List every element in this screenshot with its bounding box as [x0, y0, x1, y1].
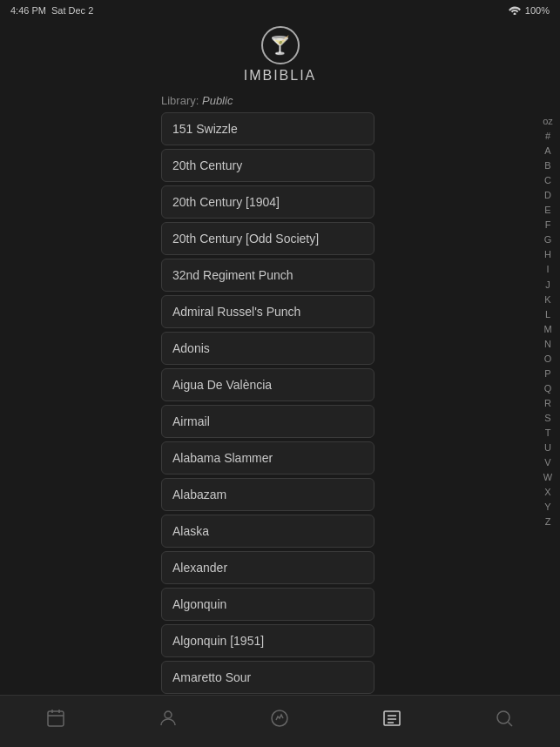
drink-item[interactable]: 151 Swizzle — [161, 112, 374, 145]
calendar-icon — [45, 708, 66, 734]
drink-item[interactable]: Alabama Slammer — [161, 441, 374, 474]
tab-cocktail[interactable] — [224, 696, 336, 747]
drink-item[interactable]: Amaretto Sour — [161, 661, 374, 694]
alpha-index-item[interactable]: # — [536, 129, 560, 144]
alpha-index-item[interactable]: T — [536, 426, 560, 441]
drink-item[interactable]: Algonquin [1951] — [161, 624, 374, 657]
alpha-index-item[interactable]: H — [536, 247, 560, 262]
drink-item[interactable]: Alabazam — [161, 478, 374, 511]
alpha-index-item[interactable]: L — [536, 307, 560, 322]
tab-calendar[interactable] — [0, 696, 112, 747]
alpha-index-item[interactable]: G — [536, 232, 560, 247]
alpha-index-item[interactable]: B — [536, 158, 560, 173]
drink-item[interactable]: 32nd Regiment Punch — [161, 259, 374, 292]
drink-item[interactable]: Aigua De València — [161, 368, 374, 401]
alpha-index-item[interactable]: F — [536, 218, 560, 232]
alpha-index-item[interactable]: Z — [536, 515, 560, 529]
alpha-index[interactable]: oz#ABCDEFGHIJKLMNOPQRSTUVWXYZ — [536, 112, 560, 720]
library-label: Library: Public — [0, 91, 560, 112]
alpha-index-item[interactable]: D — [536, 188, 560, 203]
svg-rect-0 — [48, 711, 64, 726]
battery-icon: 100% — [525, 5, 550, 16]
search-icon — [494, 708, 515, 734]
drink-item[interactable]: Algonquin — [161, 588, 374, 621]
alpha-index-item[interactable]: I — [536, 262, 560, 277]
wifi-icon — [508, 4, 522, 17]
alpha-index-item[interactable]: A — [536, 144, 560, 158]
app-header: 🍸 IMBIBLIA — [0, 21, 560, 91]
main-content: 151 Swizzle20th Century20th Century [190… — [0, 112, 560, 720]
drink-item[interactable]: 20th Century — [161, 149, 374, 182]
alpha-index-item[interactable]: P — [536, 367, 560, 381]
status-bar: 4:46 PM Sat Dec 2 100% — [0, 0, 560, 21]
alpha-index-item[interactable]: X — [536, 485, 560, 500]
list-icon — [381, 708, 402, 734]
alpha-index-item[interactable]: U — [536, 441, 560, 455]
svg-point-10 — [497, 711, 509, 723]
tab-bar — [0, 695, 560, 747]
alpha-index-item[interactable]: N — [536, 337, 560, 352]
alpha-index-item[interactable]: Q — [536, 381, 560, 396]
drink-item[interactable]: Alexander — [161, 551, 374, 584]
alpha-index-item[interactable]: W — [536, 470, 560, 485]
cocktail-tab-icon — [269, 708, 290, 734]
alpha-index-item[interactable]: C — [536, 173, 560, 188]
status-time: 4:46 PM — [10, 5, 46, 16]
alpha-index-item[interactable]: J — [536, 278, 560, 293]
tab-search[interactable] — [448, 696, 560, 747]
tab-list[interactable] — [336, 696, 449, 747]
person-icon — [158, 708, 179, 734]
alpha-index-item[interactable]: Y — [536, 500, 560, 515]
alpha-index-item[interactable]: oz — [536, 114, 560, 129]
drink-item[interactable]: Airmail — [161, 405, 374, 438]
alpha-index-item[interactable]: V — [536, 455, 560, 470]
status-date: Sat Dec 2 — [51, 5, 93, 16]
alpha-index-item[interactable]: M — [536, 322, 560, 337]
cocktail-logo-icon: 🍸 — [269, 35, 291, 56]
alpha-index-item[interactable]: R — [536, 396, 560, 411]
drink-item[interactable]: Admiral Russel's Punch — [161, 295, 374, 328]
app-logo: 🍸 — [261, 26, 300, 64]
alpha-index-item[interactable]: O — [536, 352, 560, 367]
drink-item[interactable]: 20th Century [1904] — [161, 185, 374, 219]
drink-list[interactable]: 151 Swizzle20th Century20th Century [190… — [0, 112, 536, 720]
drink-item[interactable]: Alaska — [161, 515, 374, 548]
drink-item[interactable]: Adonis — [161, 332, 374, 365]
alpha-index-item[interactable]: E — [536, 203, 560, 218]
drink-item[interactable]: 20th Century [Odd Society] — [161, 222, 374, 255]
alpha-index-item[interactable]: K — [536, 293, 560, 307]
alpha-index-item[interactable]: S — [536, 411, 560, 426]
svg-point-4 — [165, 711, 172, 718]
svg-line-11 — [508, 722, 512, 726]
tab-profile[interactable] — [112, 696, 225, 747]
app-title: IMBIBLIA — [244, 68, 317, 84]
